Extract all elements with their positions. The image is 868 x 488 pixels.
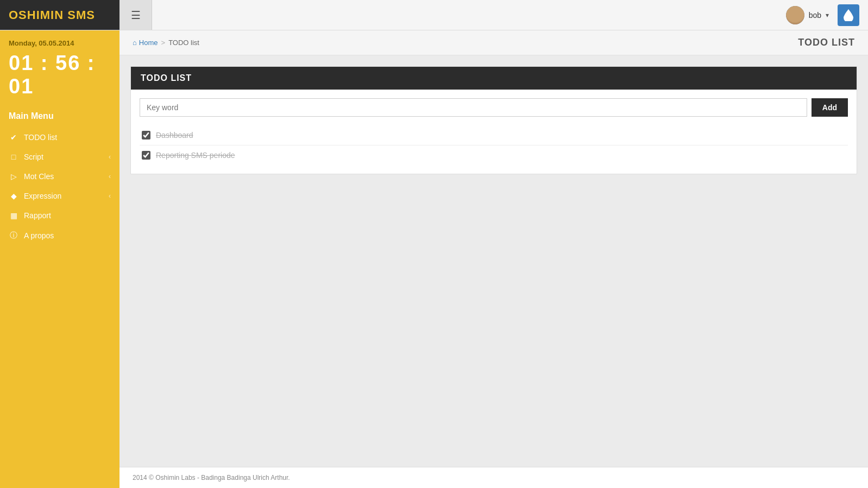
sidebar: Monday, 05.05.2014 01 : 56 : 01 Main Men… bbox=[0, 30, 119, 488]
chevron-left-icon: ‹ bbox=[109, 153, 111, 161]
avatar-image bbox=[786, 6, 804, 24]
chevron-left-icon: ‹ bbox=[109, 192, 111, 200]
todo-panel-header: TODO LIST bbox=[131, 67, 857, 90]
breadcrumb: ⌂ Home > TODO list bbox=[133, 39, 199, 47]
todo-list-icon: ✔ bbox=[9, 133, 18, 142]
table-row: Dashboard bbox=[140, 125, 848, 145]
sidebar-item-script[interactable]: □ Script ‹ bbox=[0, 147, 119, 167]
todo-panel-body: Add Dashboard Reporting SMS periode bbox=[131, 90, 857, 174]
add-button[interactable]: Add bbox=[812, 98, 848, 117]
main-content: TODO LIST Add Dashboard Reporting SM bbox=[119, 55, 868, 467]
script-icon: □ bbox=[9, 153, 18, 161]
todo-item-text-1: Dashboard bbox=[156, 131, 193, 140]
sidebar-item-label: Script bbox=[24, 153, 103, 161]
rapport-icon: ▦ bbox=[9, 211, 18, 220]
sidebar-item-expression[interactable]: ◆ Expression ‹ bbox=[0, 186, 119, 206]
sidebar-section-title: Main Menu bbox=[0, 107, 119, 128]
sidebar-item-rapport[interactable]: ▦ Rapport bbox=[0, 206, 119, 225]
breadcrumb-home-link[interactable]: ⌂ Home bbox=[133, 39, 158, 47]
footer: 2014 © Oshimin Labs - Badinga Badinga Ul… bbox=[119, 467, 868, 488]
sidebar-item-label: TODO list bbox=[24, 133, 111, 142]
brand-area: OSHIMIN SMS bbox=[0, 0, 119, 30]
user-name: bob bbox=[809, 11, 821, 20]
breadcrumb-home-label: Home bbox=[139, 39, 158, 47]
todo-panel: TODO LIST Add Dashboard Reporting SM bbox=[130, 66, 857, 174]
table-row: Reporting SMS periode bbox=[140, 145, 848, 165]
water-icon bbox=[844, 9, 853, 21]
page-title: TODO LIST bbox=[798, 37, 855, 48]
sidebar-item-apropos[interactable]: ⓘ A propos bbox=[0, 225, 119, 246]
sidebar-item-mot-cles[interactable]: ▷ Mot Cles ‹ bbox=[0, 167, 119, 186]
user-area: bob ▾ bbox=[777, 4, 868, 26]
sidebar-date: Monday, 05.05.2014 bbox=[0, 30, 119, 49]
breadcrumb-current: TODO list bbox=[168, 39, 199, 47]
footer-text: 2014 © Oshimin Labs - Badinga Badinga Ul… bbox=[133, 474, 290, 481]
expression-icon: ◆ bbox=[9, 192, 18, 200]
keyword-input[interactable] bbox=[140, 98, 807, 117]
sidebar-clock: 01 : 56 : 01 bbox=[0, 49, 119, 107]
main-layout: Monday, 05.05.2014 01 : 56 : 01 Main Men… bbox=[0, 30, 868, 488]
hamburger-button[interactable]: ☰ bbox=[119, 0, 152, 30]
todo-list: Dashboard Reporting SMS periode bbox=[140, 125, 848, 165]
brand-title: OSHIMIN SMS bbox=[9, 8, 95, 22]
avatar bbox=[786, 6, 804, 24]
sidebar-item-label: Expression bbox=[24, 192, 103, 200]
water-icon-button[interactable] bbox=[838, 4, 859, 26]
content-area: ⌂ Home > TODO list TODO LIST TODO LIST A… bbox=[119, 30, 868, 488]
home-icon: ⌂ bbox=[133, 39, 137, 47]
sidebar-item-label: A propos bbox=[24, 231, 111, 240]
sidebar-item-label: Mot Cles bbox=[24, 172, 103, 181]
todo-item-text-2: Reporting SMS periode bbox=[156, 151, 235, 160]
todo-checkbox-1[interactable] bbox=[142, 131, 150, 140]
todo-checkbox-2[interactable] bbox=[142, 151, 150, 160]
user-dropdown-icon[interactable]: ▾ bbox=[826, 11, 829, 19]
apropos-icon: ⓘ bbox=[9, 231, 18, 240]
breadcrumb-separator: > bbox=[161, 39, 166, 47]
mot-cles-icon: ▷ bbox=[9, 172, 18, 181]
sidebar-item-todo-list[interactable]: ✔ TODO list bbox=[0, 128, 119, 147]
hamburger-icon: ☰ bbox=[131, 9, 141, 22]
sidebar-item-label: Rapport bbox=[24, 211, 111, 220]
chevron-left-icon: ‹ bbox=[109, 173, 111, 180]
todo-add-row: Add bbox=[140, 98, 848, 117]
top-header: OSHIMIN SMS ☰ bob ▾ bbox=[0, 0, 868, 30]
sub-header: ⌂ Home > TODO list TODO LIST bbox=[119, 30, 868, 55]
